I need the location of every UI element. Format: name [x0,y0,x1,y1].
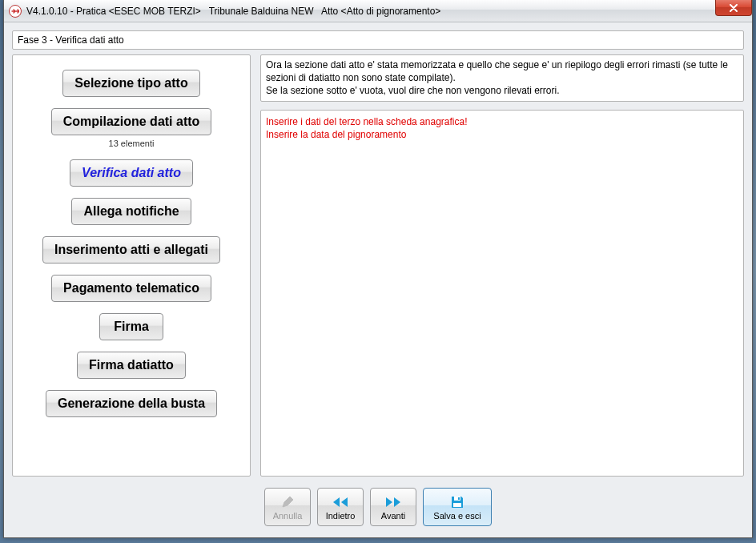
step-btn-inserimento-atti-allegati[interactable]: Inserimento atti e allegati [42,236,220,263]
footer-toolbar: Annulla Indietro Avanti [12,481,744,529]
fast-forward-icon [384,494,402,510]
titlebar: V4.1.0.10 - Pratica <ESEC MOB TERZI> Tri… [4,0,752,22]
window-title: V4.1.0.10 - Pratica <ESEC MOB TERZI> Tri… [26,6,440,17]
step-inserimento-atti-allegati: Inserimento atti e allegati [42,236,220,263]
step-btn-selezione-tipo-atto[interactable]: Selezione tipo atto [62,70,199,97]
errors-list: Inserire i dati del terzo nella scheda a… [260,110,744,477]
step-btn-firma-datiatto[interactable]: Firma datiatto [77,352,186,379]
step-pagamento-telematico: Pagamento telematico [51,275,211,302]
step-btn-verifica-dati-atto[interactable]: Verifica dati atto [70,159,193,187]
app-icon [9,5,22,18]
annulla-label: Annulla [273,512,303,521]
client-area: Fase 3 - Verifica dati atto Selezione ti… [4,22,752,537]
step-btn-pagamento-telematico[interactable]: Pagamento telematico [51,275,211,302]
step-firma: Firma [99,313,163,340]
salva-label: Salva e esci [433,512,481,521]
step-generazione-busta: Generazione della busta [46,390,217,417]
indietro-label: Indietro [326,512,356,521]
step-verifica-dati-atto: Verifica dati atto [70,159,193,187]
content-panel: Ora la sezione dati atto e' stata memori… [260,54,744,477]
step-btn-compilazione-dati-atto[interactable]: Compilazione dati atto [51,108,212,135]
step-btn-allega-notifiche[interactable]: Allega notifiche [71,198,191,225]
avanti-label: Avanti [381,512,405,521]
indietro-button[interactable]: Indietro [317,488,364,526]
steps-panel: Selezione tipo atto Compilazione dati at… [12,54,251,477]
app-window: V4.1.0.10 - Pratica <ESEC MOB TERZI> Tri… [3,0,753,538]
annulla-button: Annulla [264,488,311,526]
step-allega-notifiche: Allega notifiche [71,198,191,225]
info-text: Ora la sezione dati atto e' stata memori… [260,54,744,102]
step-selezione-tipo-atto: Selezione tipo atto [62,70,199,97]
step-btn-generazione-busta[interactable]: Generazione della busta [46,390,217,417]
svg-rect-1 [458,497,460,500]
pencil-icon [280,494,295,510]
salva-e-esci-button[interactable]: Salva e esci [423,488,492,526]
svg-rect-2 [453,503,461,507]
step-compilazione-dati-atto: Compilazione dati atto 13 elementi [51,108,212,148]
step-btn-firma[interactable]: Firma [99,313,163,340]
avanti-button[interactable]: Avanti [370,488,416,526]
rewind-icon [332,494,349,510]
step-firma-datiatto: Firma datiatto [77,352,186,379]
window-close-button[interactable] [715,0,752,16]
step-sub-compilazione: 13 elementi [109,139,155,148]
save-icon [450,494,464,510]
phase-label: Fase 3 - Verifica dati atto [12,30,744,50]
main-row: Selezione tipo atto Compilazione dati at… [12,54,744,477]
